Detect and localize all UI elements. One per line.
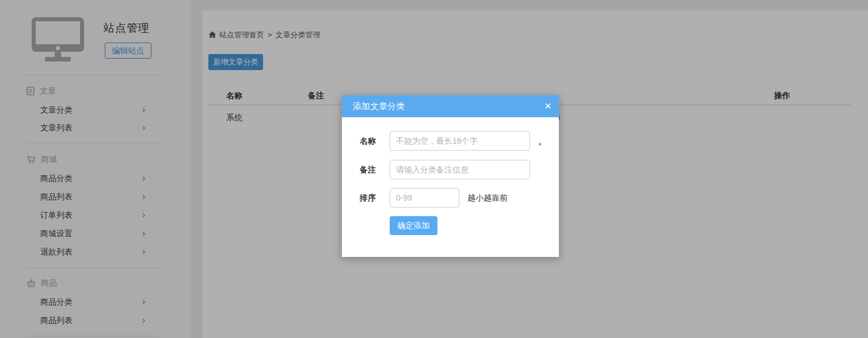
required-asterisk: * xyxy=(538,136,542,155)
name-field-input[interactable] xyxy=(390,131,530,151)
note-field-label: 备注 xyxy=(360,160,389,179)
modal-header: 添加文章分类 × xyxy=(342,95,559,117)
note-field-input[interactable] xyxy=(390,160,530,179)
confirm-add-button[interactable]: 确定添加 xyxy=(390,216,437,235)
close-icon[interactable]: × xyxy=(545,95,551,116)
sort-field-input[interactable] xyxy=(390,188,459,208)
name-field-label: 名称 xyxy=(360,131,389,151)
sort-hint: 越小越靠前 xyxy=(467,188,508,208)
add-category-modal: 添加文章分类 × 名称 * 备注 排序 越小越靠前 确定添加 xyxy=(342,95,559,257)
sort-field-label: 排序 xyxy=(360,188,389,208)
modal-title: 添加文章分类 xyxy=(353,95,405,117)
